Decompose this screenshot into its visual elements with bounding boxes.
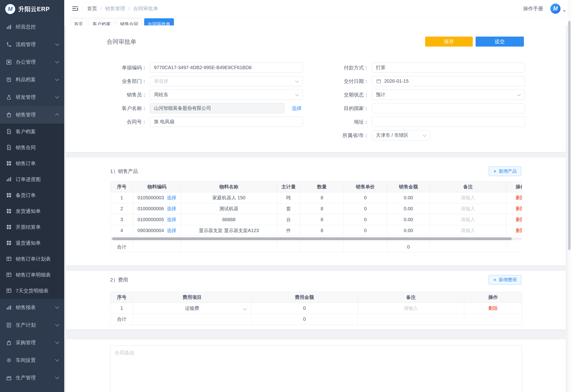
- salesman-select[interactable]: 周桂东: [150, 90, 303, 100]
- quantity[interactable]: 8: [300, 214, 344, 225]
- contract-form-card: 合同审批单 保存 提交 单据编码：9770CA17-3497-4DB2-995E…: [66, 25, 566, 152]
- products-col-物料名称: 物料名称: [181, 182, 277, 192]
- products-col-销售金额: 销售金额: [387, 182, 430, 192]
- sidebar-subitem-发货通知单[interactable]: 发货通知单: [0, 203, 64, 219]
- avatar[interactable]: M: [550, 4, 560, 14]
- sidebar-item-生产管理[interactable]: 生产管理: [0, 369, 64, 387]
- chevron-down-icon: [55, 322, 59, 326]
- delivery-status-select[interactable]: 预计: [372, 90, 525, 100]
- delivery-date-input[interactable]: 2026-01-15: [372, 76, 525, 86]
- menu-fold-icon[interactable]: [71, 5, 79, 12]
- delete-link[interactable]: 删除: [516, 206, 522, 211]
- form-row-destination-country-input: 目的国家：: [293, 103, 525, 113]
- unit-price[interactable]: 0: [344, 214, 387, 225]
- material-code: 0903000004: [137, 228, 164, 233]
- sidebar-item-生产计划[interactable]: 生产计划: [0, 316, 64, 334]
- contract-terms-textarea[interactable]: [110, 345, 522, 392]
- salesman-select-value: 周桂东: [154, 91, 168, 98]
- delete-link[interactable]: 删除: [516, 228, 522, 233]
- sidebar-item-车间设置[interactable]: 车间设置: [0, 351, 64, 369]
- material-code-cell: 0100000005选择: [133, 214, 181, 225]
- sales-icon: [6, 112, 12, 118]
- table-icon: [6, 287, 12, 294]
- pick-link[interactable]: 选择: [167, 206, 176, 211]
- vertical-scrollbar[interactable]: [568, 0, 571, 392]
- sidebar-subitem-退货通知单[interactable]: 退货通知单: [0, 235, 64, 251]
- production-icon: [6, 375, 12, 381]
- quantity[interactable]: 8: [300, 225, 344, 236]
- unit-price[interactable]: 0: [344, 225, 387, 236]
- sidebar-item-采购管理[interactable]: 采购管理: [0, 334, 64, 351]
- unit-price[interactable]: 0: [344, 192, 387, 203]
- fee-item-select[interactable]: 运输费: [133, 303, 251, 314]
- note-input[interactable]: 请输入: [430, 214, 506, 225]
- breadcrumb-item-首页[interactable]: 首页: [87, 5, 97, 12]
- sidebar-item-办公管理[interactable]: 办公管理: [0, 53, 64, 71]
- sidebar-subitem-销售订单计划表[interactable]: 销售订单计划表: [0, 251, 64, 267]
- avatar-caret-icon[interactable]: [563, 10, 566, 12]
- save-button[interactable]: 保存: [425, 37, 473, 47]
- document-code-input[interactable]: 9770CA17-3497-4DB2-995E-B49E9CF61BD8: [150, 62, 303, 73]
- material-name: 88888: [181, 214, 277, 225]
- pick-link[interactable]: 选择: [167, 195, 176, 200]
- sidebar-item-委外管理[interactable]: 委外管理: [0, 387, 64, 392]
- grid-icon: [6, 224, 12, 230]
- sidebar-subitem-客户档案[interactable]: 客户档案: [0, 124, 64, 140]
- unit-price[interactable]: 0: [344, 203, 387, 214]
- delete-link[interactable]: 删除: [516, 217, 522, 222]
- sidebar-item-流程管理[interactable]: 流程管理: [0, 36, 64, 53]
- sidebar-subitem-备货订单[interactable]: 备货订单: [0, 187, 64, 203]
- payment-method-input[interactable]: 打算: [372, 62, 525, 73]
- manual-link[interactable]: 操作手册: [523, 5, 543, 12]
- sidebar-subitem-7天交货明细表[interactable]: 7天交货明细表: [0, 283, 64, 299]
- pick-link[interactable]: 选择: [167, 217, 176, 222]
- destination-country-input[interactable]: [372, 103, 525, 113]
- note-input[interactable]: 请输入: [358, 303, 464, 314]
- form-row-delivery-date-input: 交付日期：2026-01-15: [293, 76, 525, 86]
- province-city-select[interactable]: 天津市 / 市辖区: [372, 130, 430, 140]
- add-product-button[interactable]: + 新增产品: [489, 167, 521, 176]
- breadcrumb-separator: /: [100, 6, 102, 11]
- plus-icon: +: [493, 277, 496, 283]
- business-dept-select-value: 请选择: [154, 78, 168, 84]
- note-input[interactable]: 请输入: [430, 225, 506, 236]
- breadcrumb-item-销售管理[interactable]: 销售管理: [105, 5, 125, 12]
- payment-method-input-label: 付款方式：: [293, 64, 369, 71]
- sidebar-item-销售报表[interactable]: 销售报表: [0, 299, 64, 316]
- delivery-date-input-value: 2026-01-15: [384, 78, 408, 84]
- quantity[interactable]: 8: [300, 192, 344, 203]
- note-input[interactable]: 请输入: [430, 192, 506, 203]
- sidebar-item-经营总控[interactable]: 经营总控: [0, 18, 64, 36]
- horizontal-scrollbar-thumb[interactable]: [112, 237, 512, 240]
- sidebar-subitem-开票结算单[interactable]: 开票结算单: [0, 219, 64, 235]
- sidebar-subitem-销售订单[interactable]: 销售订单: [0, 155, 64, 171]
- sidebar-item-销售管理[interactable]: 销售管理: [0, 106, 64, 124]
- business-dept-select[interactable]: 请选择: [150, 76, 303, 86]
- delete-link[interactable]: 删除: [516, 195, 522, 200]
- contract-no-input[interactable]: 第 电风扇: [150, 117, 303, 127]
- material-code-cell: 0903000004选择: [133, 225, 181, 236]
- customer-name-input[interactable]: 山河智能装备股份有限公司: [150, 103, 285, 113]
- vertical-scrollbar-thumb[interactable]: [568, 21, 571, 250]
- add-fee-button[interactable]: + 新增费用: [489, 275, 521, 285]
- delivery-date-input-label: 交付日期：: [293, 78, 369, 84]
- sidebar-item-料品档案[interactable]: 料品档案: [0, 71, 64, 88]
- note-input[interactable]: 请输入: [430, 203, 506, 214]
- pick-link[interactable]: 选择: [167, 228, 176, 233]
- address-input[interactable]: [372, 117, 525, 127]
- products-heading: 1）销售产品: [110, 168, 138, 175]
- horizontal-scrollbar[interactable]: [110, 237, 522, 240]
- sidebar-subitem-销售订单明细表[interactable]: 销售订单明细表: [0, 267, 64, 283]
- quantity[interactable]: 8: [300, 203, 344, 214]
- delete-link[interactable]: 删除: [488, 306, 498, 311]
- main-content: 合同审批单 保存 提交 单据编码：9770CA17-3497-4DB2-995E…: [64, 25, 568, 392]
- sidebar-subitem-销售合同[interactable]: 销售合同: [0, 140, 64, 155]
- form-row-payment-method-input: 付款方式：打算: [293, 62, 525, 73]
- row-no: 1: [110, 303, 133, 314]
- sidebar-item-研发管理[interactable]: 研发管理: [0, 88, 64, 106]
- fee-amount[interactable]: 0: [251, 303, 358, 314]
- submit-button[interactable]: 提交: [476, 37, 524, 47]
- fees-table: 序号费用项目费用金额备注操作1运输费0请输入删除合计0: [110, 292, 522, 325]
- sidebar-subitem-订单进度图[interactable]: 订单进度图: [0, 171, 64, 187]
- op-cell: 删除: [506, 192, 522, 203]
